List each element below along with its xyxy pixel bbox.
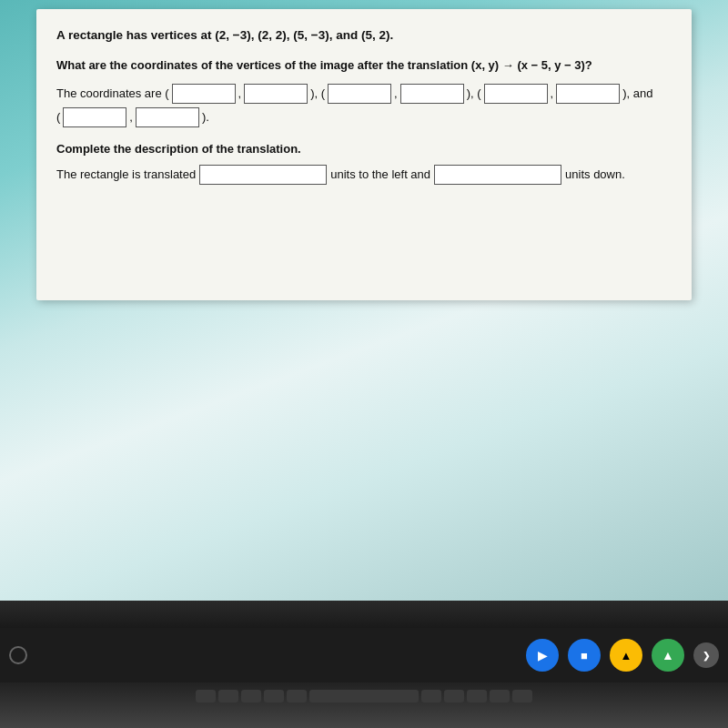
worksheet-container: A rectangle has vertices at (2, −3), (2,… [36,9,692,300]
and-text: ), and [622,85,652,104]
coordinates-answer-line2: ( , ). [56,107,672,127]
more-icon-symbol: ❯ [703,651,710,661]
coord3-x-input[interactable] [484,84,548,104]
drive-icon-symbol: ▲ [621,649,632,662]
coordinates-answer-line: The coordinates are ( , ), ( , ), ( , ),… [56,84,672,104]
meet-icon-symbol: ▶ [538,648,548,662]
key [421,690,441,703]
coord3-y-input[interactable] [556,84,620,104]
key [444,690,464,703]
coord4-y-input[interactable] [136,107,199,127]
drive-icon[interactable]: ▲ [610,639,642,672]
taskbar: ▶ ■ ▲ ▲ ❯ [0,628,728,682]
coord2-x-input[interactable] [328,84,391,104]
translation-left-input[interactable] [199,165,327,185]
coord2-y-input[interactable] [400,84,464,104]
coord4-x-input[interactable] [63,107,126,127]
home-button[interactable] [9,646,27,664]
chromebook-icon-symbol: ▲ [662,648,674,662]
keyboard-area [0,682,728,728]
paren-close-last: ). [202,108,209,127]
key [512,690,532,703]
coordinates-label: The coordinates are ( [56,85,169,104]
keyboard-row [0,682,728,703]
comma1: , [238,85,242,104]
more-icon[interactable]: ❯ [693,642,719,668]
comma2: , [394,85,398,104]
key [241,690,261,703]
translation-prefix: The rectangle is translated [56,166,196,185]
coord1-y-input[interactable] [244,84,308,104]
spacebar-key [309,690,419,703]
key [196,690,216,703]
paren-open-last: ( [56,108,60,127]
comma4: , [129,108,133,127]
comma3: , [551,85,554,104]
section-label: Complete the description of the translat… [56,140,672,159]
key [264,690,284,703]
translation-suffix: units down. [565,166,625,185]
question-text: What are the coordinates of the vertices… [56,56,672,76]
taskbar-right: ▶ ■ ▲ ▲ ❯ [526,639,719,672]
translation-down-input[interactable] [434,165,561,185]
paren-close1: ), ( [310,85,325,104]
key [490,690,510,703]
classroom-icon-symbol: ■ [581,649,588,662]
translation-middle: units to the left and [330,166,430,185]
coord1-x-input[interactable] [172,84,236,104]
laptop-screen: A rectangle has vertices at (2, −3), (2,… [0,0,728,610]
key [287,690,307,703]
meet-icon[interactable]: ▶ [526,639,559,672]
taskbar-left [9,646,27,664]
translation-line: The rectangle is translated units to the… [56,165,672,185]
paren-close2: ), ( [467,85,481,104]
laptop-bezel-bottom [0,601,728,628]
problem-title: A rectangle has vertices at (2, −3), (2,… [56,25,672,46]
key [467,690,487,703]
key [218,690,238,703]
chromebook-icon[interactable]: ▲ [652,639,684,672]
classroom-icon[interactable]: ■ [568,639,601,672]
